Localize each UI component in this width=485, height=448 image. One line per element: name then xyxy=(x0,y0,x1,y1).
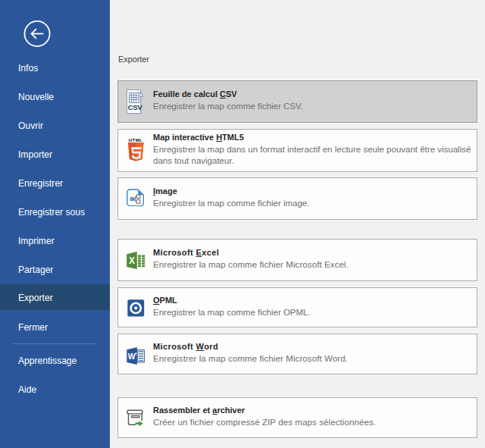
svg-text:CSV: CSV xyxy=(128,103,143,111)
svg-text:X: X xyxy=(129,255,135,266)
svg-text:W: W xyxy=(128,352,136,361)
svg-text:HTML: HTML xyxy=(128,138,142,143)
